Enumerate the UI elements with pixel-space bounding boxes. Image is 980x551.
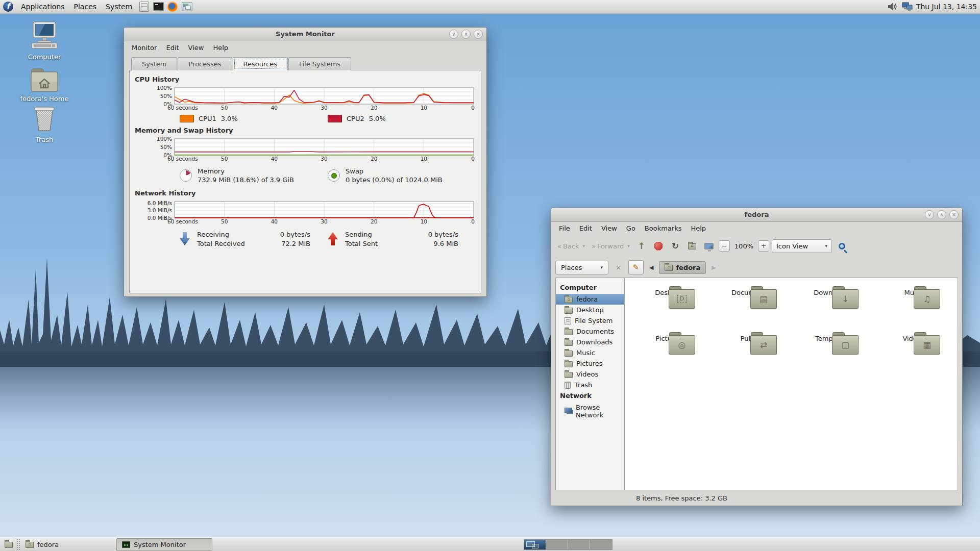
terminal-launcher[interactable] — [153, 1, 164, 12]
volume-icon[interactable] — [888, 3, 898, 11]
show-desktop-button[interactable] — [1, 538, 16, 551]
menu-places[interactable]: Places — [69, 1, 102, 12]
firefox-launcher[interactable] — [167, 1, 178, 12]
close-sidebar-button[interactable]: × — [612, 264, 624, 271]
receiving-label: Receiving — [197, 231, 261, 238]
maximize-button[interactable]: ∧ — [461, 30, 471, 39]
total-received-label: Total Received — [197, 240, 261, 247]
tab-system[interactable]: System — [131, 57, 177, 70]
swap-value: 0 bytes (0.0%) of 1024.0 MiB — [346, 176, 443, 184]
minimize-button[interactable]: ∨ — [925, 210, 934, 219]
folder-pictures[interactable]: ◎ Pictures — [628, 330, 709, 376]
file-manager-toolbar: « Back ▾ » Forward ▾ ↑ ↻ ⌂ − 100% + Icon… — [551, 235, 962, 257]
menu-bookmarks[interactable]: Bookmarks — [640, 223, 687, 234]
svg-text:50: 50 — [221, 156, 228, 162]
menu-edit[interactable]: Edit — [575, 223, 597, 234]
folder-videos[interactable]: ▦ Videos — [873, 330, 954, 376]
sidebar-item-pictures[interactable]: Pictures — [556, 358, 624, 369]
tab-processes[interactable]: Processes — [178, 57, 232, 70]
desktop-icon-trash[interactable]: Trash — [16, 106, 72, 143]
refresh-button[interactable]: ↻ — [668, 239, 682, 253]
folder-documents[interactable]: ▤ Documents — [709, 284, 791, 330]
home-button[interactable]: ⌂ — [685, 239, 699, 253]
maximize-button[interactable]: ∧ — [937, 210, 946, 219]
panel-drag-handle[interactable] — [16, 538, 20, 551]
forward-button[interactable]: » Forward ▾ — [590, 240, 632, 252]
sidebar-item-documents[interactable]: Documents — [556, 326, 624, 337]
cpu-history-heading: CPU History — [135, 76, 476, 83]
back-dropdown-icon[interactable]: ▾ — [583, 243, 585, 248]
path-scroll-right[interactable]: ▶ — [710, 264, 717, 271]
network-icon[interactable] — [902, 2, 913, 11]
terminal-icon — [153, 2, 164, 11]
stop-button[interactable] — [651, 239, 666, 253]
sidebar-item-music[interactable]: Music — [556, 347, 624, 358]
folder-templates[interactable]: ▢ Templates — [791, 330, 873, 376]
clock[interactable]: Thu Jul 13, 14:35 — [915, 3, 978, 11]
sidebar-item-fedora[interactable]: ⌂fedora — [556, 294, 624, 305]
view-mode-select[interactable]: Icon View ▾ — [772, 239, 832, 253]
menu-go[interactable]: Go — [622, 223, 640, 234]
sidebar-item-downloads[interactable]: Downloads — [556, 337, 624, 347]
mail-launcher[interactable] — [181, 1, 192, 12]
sidebar-item-trash[interactable]: Trash — [556, 380, 624, 390]
back-button[interactable]: « Back ▾ — [555, 240, 587, 252]
menu-monitor[interactable]: Monitor — [127, 42, 161, 53]
menu-view[interactable]: View — [184, 42, 209, 53]
search-button[interactable] — [835, 239, 849, 253]
forward-dropdown-icon[interactable]: ▾ — [627, 243, 630, 248]
workspace-3[interactable] — [568, 540, 590, 549]
desktop-icon-home[interactable]: fedora's Home — [16, 68, 72, 103]
close-button[interactable]: × — [949, 210, 959, 219]
menu-help[interactable]: Help — [686, 223, 710, 234]
sidebar-mode-select[interactable]: Places ▾ — [555, 261, 608, 274]
home-folder-icon — [31, 68, 58, 92]
close-button[interactable]: × — [474, 30, 483, 39]
svg-text:20: 20 — [371, 105, 377, 111]
file-manager-titlebar[interactable]: fedora ∨ ∧ × — [551, 208, 962, 222]
menu-edit[interactable]: Edit — [161, 42, 183, 53]
edit-location-button[interactable]: ✎ — [628, 260, 644, 274]
location-bar: Places ▾ × ✎ ◀ ⌂ fedora ▶ — [551, 257, 962, 278]
svg-text:0: 0 — [471, 156, 475, 162]
minimize-button[interactable]: ∨ — [449, 30, 458, 39]
memory-pie-icon — [180, 169, 192, 182]
menu-file[interactable]: File — [554, 223, 575, 234]
forward-icon: » — [592, 242, 595, 250]
file-manager-launcher[interactable] — [138, 1, 150, 12]
workspace-2[interactable] — [546, 540, 568, 549]
computer-button[interactable] — [702, 239, 716, 253]
folder-music[interactable]: ♫ Music — [873, 284, 954, 330]
taskbar-item-fedora[interactable]: ⌂ fedora — [20, 538, 116, 551]
tab-file-systems[interactable]: File Systems — [288, 57, 351, 70]
menu-view[interactable]: View — [597, 223, 622, 234]
up-icon: ↑ — [638, 241, 645, 251]
menu-applications[interactable]: Applications — [16, 1, 69, 12]
sidebar-item-videos[interactable]: Videos — [556, 369, 624, 380]
system-monitor-titlebar[interactable]: System Monitor ∨ ∧ × — [124, 28, 486, 41]
up-button[interactable]: ↑ — [634, 239, 649, 253]
path-scroll-left[interactable]: ◀ — [648, 264, 655, 271]
mail-icon — [182, 2, 192, 11]
sidebar-item-browse-network[interactable]: Browse Network — [556, 402, 624, 420]
sidebar-item-file-system[interactable]: File System — [556, 315, 624, 326]
desktop-icon-computer[interactable]: Computer — [16, 21, 72, 61]
pictures-folder-icon — [565, 361, 573, 367]
fedora-menu-logo[interactable]: f — [3, 2, 13, 12]
zoom-in-button[interactable]: + — [758, 240, 769, 252]
sidebar-item-desktop[interactable]: Desktop — [556, 305, 624, 315]
workspace-1[interactable] — [524, 540, 546, 549]
menu-system[interactable]: System — [101, 1, 137, 12]
workspace-4[interactable] — [590, 540, 612, 549]
zoom-out-button[interactable]: − — [719, 240, 730, 252]
folder-desktop[interactable]: D Desktop — [628, 284, 709, 330]
path-button-fedora[interactable]: ⌂ fedora — [659, 261, 706, 274]
tab-resources[interactable]: Resources — [233, 57, 288, 70]
sidebar-header-computer: Computer — [556, 282, 624, 294]
menu-help[interactable]: Help — [208, 42, 233, 53]
folder-downloads[interactable]: ↓ Downloads — [791, 284, 873, 330]
taskbar-item-system-monitor[interactable]: System Monitor — [116, 538, 212, 551]
folder-view[interactable]: D Desktop ▤ Documents ↓ Downloads ♫ Musi… — [625, 278, 958, 490]
folder-public[interactable]: ⇄ Public — [709, 330, 791, 376]
network-history-chart: 6.0 MiB/s3.0 MiB/s0.0 MiB/s60 seconds504… — [136, 200, 477, 226]
